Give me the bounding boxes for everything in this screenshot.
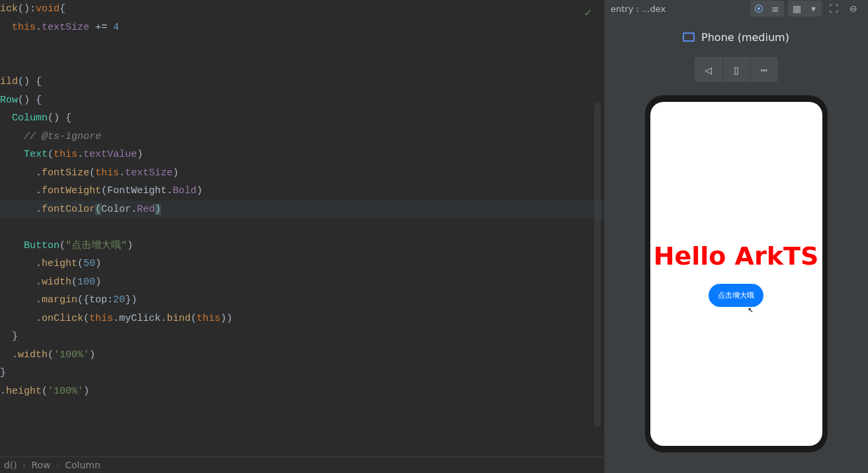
more-options-button[interactable]: ⋯ — [750, 57, 778, 82]
preview-hello-text: Hello ArkTS — [654, 241, 819, 271]
breadcrumb-item[interactable]: d() — [4, 460, 17, 470]
code-line: .width('100%') — [0, 346, 603, 365]
code-line: .fontColor(Color.Red) — [0, 200, 603, 219]
breadcrumb-item[interactable]: Column — [65, 460, 101, 470]
code-line: Button("点击增大哦") — [0, 237, 603, 255]
cursor-icon: ↖ — [748, 304, 754, 314]
preview-increase-button[interactable]: 点击增大哦 — [709, 284, 763, 307]
rotate-left-button[interactable]: ◁ — [695, 57, 722, 82]
layers-icon[interactable]: ≣ — [767, 1, 783, 16]
entry-label: entry : ...dex — [611, 4, 745, 14]
chevron-right-icon: › — [56, 460, 60, 470]
code-line: } — [0, 327, 603, 346]
code-line: .fontSize(this.textSize) — [0, 164, 603, 183]
breadcrumb-item[interactable]: Row — [31, 460, 50, 470]
device-name: Phone (medium) — [701, 31, 789, 44]
phone-screen[interactable]: Hello ArkTS 点击增大哦 ↖ — [650, 102, 822, 446]
grid-icon[interactable]: ▦ — [789, 1, 804, 16]
code-line: } — [0, 364, 603, 382]
code-line: // @ts-ignore — [0, 128, 603, 146]
editor-scrollbar[interactable] — [594, 103, 601, 427]
previewer-pane: entry : ...dex ⦿ ≣ ▦ ▾ ⛶ ⊖ Phone (medium… — [603, 0, 868, 473]
code-line: .width(100) — [0, 273, 603, 292]
code-line: ild() { — [0, 73, 603, 91]
code-line: .height('100%') — [0, 382, 603, 401]
previewer-header: entry : ...dex ⦿ ≣ ▦ ▾ ⛶ ⊖ — [604, 0, 868, 17]
code-editor-pane[interactable]: ✓ ick():void{ this.textSize += 4 ild() {… — [0, 0, 603, 473]
device-label: Phone (medium) — [604, 17, 868, 57]
zoom-out-icon[interactable]: ⊖ — [846, 1, 861, 16]
code-line: .height(50) — [0, 255, 603, 273]
code-line — [0, 218, 603, 237]
code-line: .onClick(this.myClick.bind(this)) — [0, 310, 603, 328]
code-line: ick():void{ — [0, 0, 603, 19]
crop-icon[interactable]: ⛶ — [826, 1, 842, 16]
inspector-toggle-icon[interactable]: ⦿ — [751, 1, 767, 16]
code-line: .margin({top:20}) — [0, 291, 603, 310]
previewer-toolbar: ⦿ ≣ ▦ ▾ ⛶ ⊖ — [750, 1, 861, 17]
code-line — [0, 55, 603, 73]
code-line: this.textSize += 4 — [0, 19, 603, 37]
code-line: Row() { — [0, 91, 603, 110]
code-line: Text(this.textValue) — [0, 146, 603, 164]
device-icon — [683, 32, 695, 42]
device-controls: ◁ ▯ ⋯ — [604, 57, 868, 82]
code-line: .fontWeight(FontWeight.Bold) — [0, 182, 603, 200]
code-line — [0, 36, 603, 55]
phone-frame: Hello ArkTS 点击增大哦 ↖ — [645, 95, 828, 452]
chevron-down-icon[interactable]: ▾ — [805, 1, 821, 16]
breadcrumb[interactable]: d() › Row › Column — [0, 456, 603, 473]
code-line: Column() { — [0, 109, 603, 128]
chevron-right-icon: › — [22, 460, 26, 470]
code-area[interactable]: ick():void{ this.textSize += 4 ild() { R… — [0, 0, 603, 456]
orientation-button[interactable]: ▯ — [722, 57, 750, 82]
